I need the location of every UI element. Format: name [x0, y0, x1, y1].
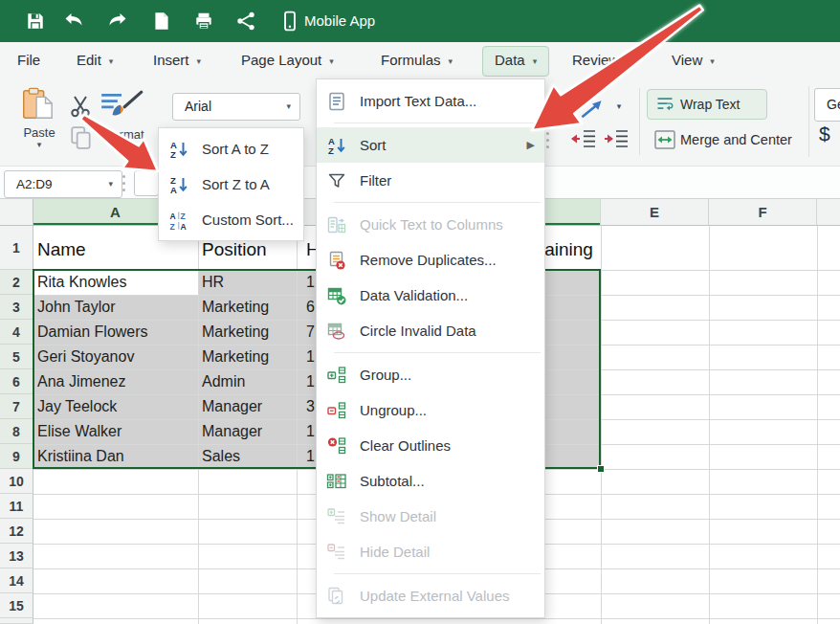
cell-c4-clipped[interactable]: 7: [306, 320, 315, 345]
cell-b2[interactable]: HR: [202, 270, 224, 295]
column-header-f[interactable]: F: [709, 199, 817, 226]
data-menu-item-data-validation[interactable]: Data Validation...: [317, 278, 544, 313]
merge-center-label[interactable]: Merge and Center: [680, 128, 792, 151]
decrease-indent-icon[interactable]: [569, 126, 598, 151]
redo-icon[interactable]: [107, 11, 128, 32]
cell-b8[interactable]: Manager: [202, 419, 262, 444]
cell-c8-clipped[interactable]: 1: [306, 419, 315, 444]
row-header-7[interactable]: 7: [0, 394, 33, 419]
cell-a7[interactable]: Jay Teelock: [37, 394, 117, 419]
row-header-2[interactable]: 2: [0, 270, 33, 295]
submenu-item-custom-sort[interactable]: AZZACustom Sort...: [159, 202, 303, 237]
cell-a3[interactable]: John Taylor: [37, 295, 116, 320]
column-header-e[interactable]: E: [601, 199, 709, 226]
menu-edit[interactable]: Edit▾: [77, 46, 113, 75]
number-format-combo[interactable]: Ge: [814, 88, 840, 122]
wrap-text-button[interactable]: Wrap Text: [647, 89, 767, 120]
formula-bar-splitter[interactable]: [122, 175, 126, 195]
cell-c2-clipped[interactable]: 1: [306, 270, 315, 295]
menu-formulas[interactable]: Formulas▾: [381, 46, 453, 75]
cell-b3[interactable]: Marketing: [202, 295, 269, 320]
cell-a8[interactable]: Elise Walker: [37, 419, 122, 444]
menu-file[interactable]: File: [17, 46, 40, 75]
toolbar-group-handle[interactable]: [546, 132, 550, 152]
cell-b9[interactable]: Sales: [202, 444, 240, 469]
menu-item-label: Clear Outlines: [360, 437, 451, 454]
row-header-5[interactable]: 5: [0, 345, 33, 369]
formula-input[interactable]: [134, 170, 159, 196]
data-menu-item-group[interactable]: Group...: [317, 357, 544, 392]
new-document-icon[interactable]: [151, 11, 172, 32]
data-menu-item-filter[interactable]: Filter: [317, 163, 544, 198]
format-painter-label[interactable]: Format: [94, 127, 155, 142]
cell-a5[interactable]: Geri Stoyanov: [37, 345, 134, 369]
cell-a6[interactable]: Ana Jimenez: [37, 369, 126, 394]
row-header-10[interactable]: 10: [0, 469, 33, 494]
menu-insert[interactable]: Insert▾: [153, 46, 201, 75]
share-icon[interactable]: [235, 11, 256, 32]
save-icon[interactable]: [25, 11, 46, 32]
cell-a1[interactable]: Name: [37, 230, 86, 270]
select-all-corner[interactable]: [0, 199, 33, 226]
data-menu-item-remove-duplicates[interactable]: Remove Duplicates...: [317, 242, 544, 278]
cell-b6[interactable]: Admin: [202, 369, 245, 394]
text-orientation-icon[interactable]: [575, 97, 609, 118]
font-name-combo[interactable]: Arial ▾: [172, 93, 300, 121]
row-header-12[interactable]: 12: [0, 519, 33, 544]
submenu-item-sort-a-to-z[interactable]: AZSort A to Z: [159, 131, 303, 167]
row-header-9[interactable]: 9: [0, 444, 33, 469]
chevron-down-icon[interactable]: ▾: [286, 94, 291, 120]
row-header-8[interactable]: 8: [0, 419, 33, 444]
data-menu-item-sort[interactable]: AZSort▶: [317, 127, 544, 163]
format-painter-icon[interactable]: [98, 88, 145, 121]
data-menu-item-circle-invalid-data[interactable]: Circle Invalid Data: [317, 313, 544, 348]
copy-icon[interactable]: [69, 125, 94, 146]
row-header-14[interactable]: 14: [0, 568, 33, 593]
cell-c7-clipped[interactable]: 3: [306, 394, 315, 419]
merge-center-icon[interactable]: [653, 128, 676, 151]
name-box[interactable]: A2:D9 ▾: [4, 170, 122, 198]
menu-data[interactable]: Data▾: [482, 46, 549, 77]
name-box-caret[interactable]: ▾: [108, 171, 113, 197]
cell-c6-clipped[interactable]: 1: [306, 369, 315, 394]
row-header-16-partial[interactable]: [0, 618, 33, 624]
undo-icon[interactable]: [63, 11, 84, 32]
row-header-13[interactable]: 13: [0, 544, 33, 568]
data-menu-item-import-text-data[interactable]: Import Text Data...: [317, 83, 544, 119]
data-menu-item-clear-outlines[interactable]: Clear Outlines: [317, 428, 544, 463]
cell-c5-clipped[interactable]: 1: [306, 345, 315, 369]
selection-fill-handle[interactable]: [597, 465, 605, 473]
paste-dropdown-caret[interactable]: ▾: [10, 140, 69, 149]
currency-format-button[interactable]: $: [819, 123, 840, 153]
cell-b4[interactable]: Marketing: [202, 320, 269, 345]
row-header-15[interactable]: 15: [0, 593, 33, 618]
row-header-6[interactable]: 6: [0, 369, 33, 394]
row-header-11[interactable]: 11: [0, 494, 33, 519]
print-icon[interactable]: [193, 11, 214, 32]
cell-a9[interactable]: Kristiina Dan: [37, 444, 124, 469]
mobile-phone-icon[interactable]: [279, 11, 300, 32]
mobile-app-label[interactable]: Mobile App: [304, 0, 375, 42]
paste-icon[interactable]: [19, 86, 55, 123]
row-header-3[interactable]: 3: [0, 295, 33, 320]
data-menu-item-subtotal[interactable]: Subtotal...: [317, 463, 544, 499]
cell-c9-clipped[interactable]: 1: [306, 444, 315, 469]
menu-review[interactable]: Review▾: [572, 46, 631, 75]
cell-b5[interactable]: Marketing: [202, 345, 269, 369]
orientation-caret[interactable]: ▾: [612, 101, 626, 111]
cell-a4[interactable]: Damian Flowers: [37, 320, 148, 345]
paste-button-label[interactable]: Paste: [10, 125, 69, 140]
menu-item-label: Sort: [360, 137, 387, 153]
menu-view[interactable]: View▾: [672, 46, 715, 75]
increase-indent-icon[interactable]: [602, 126, 630, 151]
cell-c3-clipped[interactable]: 6: [306, 295, 315, 320]
cut-icon[interactable]: [67, 93, 94, 118]
submenu-item-sort-z-to-a[interactable]: ZASort Z to A: [159, 167, 303, 202]
data-menu-item-ungroup[interactable]: Ungroup...: [317, 392, 544, 428]
cell-b7[interactable]: Manager: [202, 394, 262, 419]
row-header-1[interactable]: 1: [0, 226, 33, 270]
row-header-4[interactable]: 4: [0, 320, 33, 345]
cell-a2[interactable]: Rita Knowles: [37, 270, 126, 295]
menu-page-layout[interactable]: Page Layout▾: [241, 46, 334, 75]
column-header-g[interactable]: [817, 199, 840, 226]
